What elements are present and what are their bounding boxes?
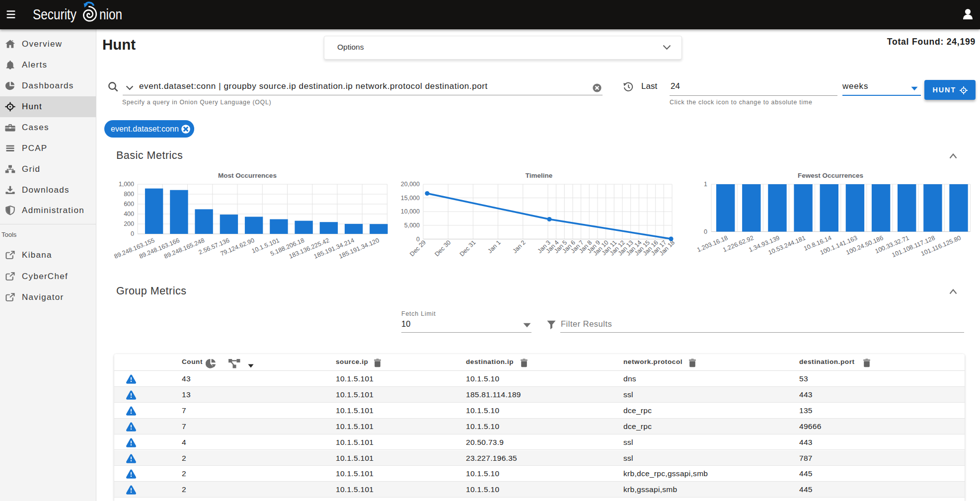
svg-text:1,000: 1,000 [119,181,134,188]
svg-text:1: 1 [704,181,707,188]
svg-text:Jan 2: Jan 2 [511,239,527,255]
svg-text:Most Occurrences: Most Occurrences [218,172,277,179]
svg-text:600: 600 [124,201,134,208]
svg-text:Dec 30: Dec 30 [433,239,452,258]
svg-text:0: 0 [131,230,134,237]
svg-text:10,000: 10,000 [401,208,420,215]
svg-text:Jan 1: Jan 1 [486,239,502,255]
svg-text:200: 200 [124,220,134,227]
svg-text:Timeline: Timeline [526,172,553,179]
svg-text:15,000: 15,000 [401,195,420,202]
svg-text:5,000: 5,000 [404,222,420,229]
svg-text:400: 400 [124,211,134,217]
svg-text:20,000: 20,000 [401,181,420,188]
svg-text:0: 0 [704,228,707,235]
svg-text:800: 800 [124,191,134,198]
svg-text:Dec 31: Dec 31 [458,239,477,258]
svg-text:Fewest Occurrences: Fewest Occurrences [798,172,863,179]
